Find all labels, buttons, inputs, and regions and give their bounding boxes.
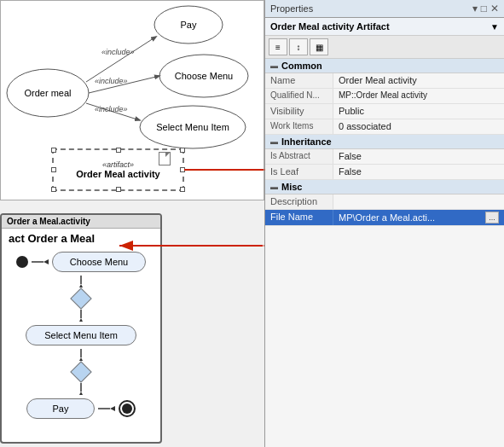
- collapse-misc-icon: ▬: [270, 183, 278, 191]
- select-menu-node[interactable]: Select Menu Item: [26, 325, 136, 345]
- artifact-box[interactable]: «artifact» Order Meal activity: [52, 148, 184, 191]
- properties-table: ▬ Common Name Order Meal activity Qualif…: [265, 59, 504, 447]
- prop-label-description: Description: [265, 194, 333, 209]
- prop-label-visibility: Visibility: [265, 104, 333, 119]
- props-btn-3[interactable]: ▦: [310, 38, 328, 55]
- prop-row-workitems: Work Items 0 associated: [265, 119, 504, 135]
- prop-row-description: Description: [265, 194, 504, 210]
- properties-header: Properties ▾ □ ✕: [265, 0, 504, 18]
- artifact-title: Order Meal activity: [76, 169, 159, 179]
- collapse-inheritance-icon: ▬: [270, 137, 278, 146]
- section-common-label: Common: [281, 61, 322, 71]
- prop-value-abstract: False: [333, 149, 504, 164]
- subtitle-text: Order Meal activity Artifact: [270, 21, 390, 32]
- prop-value-qualified: MP::Order Meal activity: [333, 89, 504, 103]
- activity-diagram: Order a Meal.activity act Order a Meal C…: [0, 213, 162, 444]
- properties-panel: Properties ▾ □ ✕ Order Meal activity Art…: [264, 0, 504, 447]
- prop-label-leaf: Is Leaf: [265, 165, 333, 179]
- decision-node-2: [70, 361, 91, 382]
- prop-row-name: Name Order Meal activity: [265, 73, 504, 89]
- props-btn-1[interactable]: ≡: [269, 38, 287, 55]
- collapse-common-icon: ▬: [270, 61, 278, 70]
- properties-subtitle: Order Meal activity Artifact ▼: [265, 18, 504, 36]
- prop-label-abstract: Is Abstract: [265, 149, 333, 164]
- activity-main-title: act Order a Meal: [2, 229, 160, 248]
- close-icon[interactable]: ✕: [490, 3, 499, 15]
- decision-node-1: [70, 287, 91, 309]
- activity-title-bar: Order a Meal.activity: [2, 215, 160, 229]
- section-inheritance-label: Inheritance: [281, 136, 332, 147]
- prop-value-leaf: False: [333, 165, 504, 179]
- section-common[interactable]: ▬ Common: [265, 59, 504, 73]
- prop-row-visibility: Visibility Public: [265, 104, 504, 119]
- svg-line-4: [86, 37, 156, 82]
- pay-label: Pay: [181, 20, 197, 30]
- properties-title: Properties: [270, 3, 313, 14]
- section-inheritance[interactable]: ▬ Inheritance: [265, 135, 504, 149]
- prop-value-filename: MP\Order a Meal.acti... ...: [333, 210, 504, 225]
- left-panel: Order meal Pay Choose Menu Select Menu I…: [0, 0, 264, 447]
- artifact-tag: «artifact»: [102, 160, 134, 169]
- prop-label-name: Name: [265, 73, 333, 88]
- include-label3: «include»: [95, 105, 128, 113]
- prop-value-visibility: Public: [333, 104, 504, 119]
- filename-text: MP\Order a Meal.acti...: [339, 212, 435, 223]
- pin-icon[interactable]: ▾: [472, 3, 478, 15]
- float-icon[interactable]: □: [481, 3, 487, 15]
- prop-value-workitems: 0 associated: [333, 119, 504, 134]
- properties-toolbar: ≡ ↕ ▦: [265, 36, 504, 59]
- order-meal-label: Order meal: [24, 88, 71, 98]
- section-misc[interactable]: ▬ Misc: [265, 180, 504, 194]
- prop-row-abstract: Is Abstract False: [265, 149, 504, 165]
- start-node: [16, 256, 28, 268]
- prop-value-description: [333, 194, 504, 209]
- choose-menu-node[interactable]: Choose Menu: [52, 252, 146, 272]
- props-btn-2[interactable]: ↕: [289, 38, 308, 55]
- prop-row-leaf: Is Leaf False: [265, 165, 504, 180]
- prop-row-qualified: Qualified N... MP::Order Meal activity: [265, 89, 504, 104]
- prop-row-filename[interactable]: File Name MP\Order a Meal.acti... ...: [265, 210, 504, 226]
- prop-label-qualified: Qualified N...: [265, 89, 333, 103]
- filename-browse-btn[interactable]: ...: [485, 212, 499, 224]
- include-label1: «include»: [101, 48, 135, 56]
- properties-header-controls: ▾ □ ✕: [472, 3, 499, 15]
- use-case-diagram: Order meal Pay Choose Menu Select Menu I…: [0, 0, 264, 200]
- prop-value-name: Order Meal activity: [333, 73, 504, 88]
- prop-label-workitems: Work Items: [265, 119, 333, 134]
- end-node: [119, 400, 136, 417]
- pay-node[interactable]: Pay: [26, 398, 95, 419]
- prop-label-filename: File Name: [265, 210, 333, 225]
- section-misc-label: Misc: [281, 182, 302, 192]
- select-menu-label: Select Menu Item: [156, 122, 229, 132]
- choose-menu-label: Choose Menu: [175, 71, 234, 81]
- include-label2: «include»: [95, 77, 128, 85]
- dropdown-icon[interactable]: ▼: [490, 22, 499, 32]
